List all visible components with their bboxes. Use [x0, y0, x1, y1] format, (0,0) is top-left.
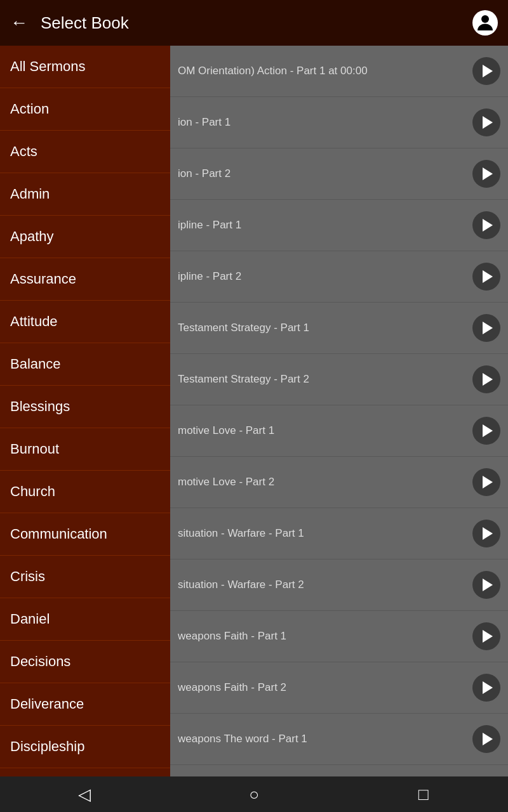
sidebar-item-daniel[interactable]: Daniel: [0, 598, 170, 641]
sermon-item: weapons Faith - Part 2: [170, 662, 508, 714]
sermon-title: motive Love - Part 2: [178, 475, 467, 489]
sermon-title: situation - Warfare - Part 1: [178, 527, 467, 540]
sidebar-item-action[interactable]: Action: [0, 88, 170, 131]
sermon-item: Testament Strategy - Part 2: [170, 354, 508, 405]
sermon-title: weapons The word - Part 1: [178, 732, 467, 746]
play-button[interactable]: [472, 674, 500, 702]
sermon-title: Testament Strategy - Part 2: [178, 372, 467, 386]
sidebar-item-balance[interactable]: Balance: [0, 343, 170, 386]
sidebar-item-discipleship[interactable]: Discipleship: [0, 726, 170, 768]
sidebar-item-blessings[interactable]: Blessings: [0, 386, 170, 428]
sidebar-item-decisions[interactable]: Decisions: [0, 641, 170, 683]
sermon-item: OM Orientation) Action - Part 1 at 00:00: [170, 46, 508, 97]
nav-recents-button[interactable]: □: [404, 780, 443, 808]
sidebar-item-burnout[interactable]: Burnout: [0, 428, 170, 471]
nav-home-button[interactable]: ○: [235, 780, 273, 808]
sermon-title: situation - Warfare - Part 2: [178, 578, 467, 592]
sidebar-item-attitude[interactable]: Attitude: [0, 301, 170, 343]
play-button[interactable]: [472, 160, 500, 188]
sidebar-item-deliverance[interactable]: Deliverance: [0, 683, 170, 726]
sidebar: All SermonsActionActsAdminApathyAssuranc…: [0, 46, 170, 776]
nav-back-button[interactable]: ◁: [65, 780, 104, 808]
sermon-title: weapons Faith - Part 2: [178, 681, 467, 695]
play-button[interactable]: [472, 263, 500, 291]
sidebar-item-apathy[interactable]: Apathy: [0, 216, 170, 258]
sermon-item: ipline - Part 1: [170, 200, 508, 251]
sermon-item: weapons The word - Part 1: [170, 714, 508, 765]
sidebar-item-admin[interactable]: Admin: [0, 173, 170, 216]
main-layout: All SermonsActionActsAdminApathyAssuranc…: [0, 46, 508, 776]
page-title: Select Book: [41, 13, 472, 33]
sermon-item: motive Love - Part 2: [170, 457, 508, 508]
back-button[interactable]: ←: [10, 13, 28, 33]
avatar-button[interactable]: [472, 10, 498, 36]
sermon-item: ion - Part 2: [170, 148, 508, 200]
sermon-title: weapons Faith - Part 1: [178, 629, 467, 643]
sermon-list: OM Orientation) Action - Part 1 at 00:00…: [170, 46, 508, 776]
sermon-item: ipline - Part 2: [170, 251, 508, 303]
sermon-item: ion - Part 1: [170, 97, 508, 148]
bottom-nav-bar: ◁ ○ □: [0, 776, 508, 812]
sermon-item: situation - Warfare - Part 1: [170, 508, 508, 560]
sidebar-item-assurance[interactable]: Assurance: [0, 258, 170, 301]
sermon-title: OM Orientation) Action - Part 1 at 00:00: [178, 64, 467, 78]
play-button[interactable]: [472, 57, 500, 85]
play-button[interactable]: [472, 725, 500, 753]
sermon-item: Testament Strategy - Part 1: [170, 303, 508, 354]
sidebar-item-disunity[interactable]: Disunity: [0, 768, 170, 776]
play-button[interactable]: [472, 108, 500, 136]
play-button[interactable]: [472, 468, 500, 496]
svg-point-0: [481, 15, 489, 23]
sermon-title: ion - Part 2: [178, 167, 467, 181]
sermon-item: situation - Warfare - Part 2: [170, 560, 508, 611]
sidebar-item-acts[interactable]: Acts: [0, 131, 170, 173]
sidebar-item-all-sermons[interactable]: All Sermons: [0, 46, 170, 88]
play-button[interactable]: [472, 314, 500, 342]
sermon-title: ipline - Part 2: [178, 270, 467, 284]
play-button[interactable]: [472, 417, 500, 445]
top-bar: ← Select Book: [0, 0, 508, 46]
sidebar-item-crisis[interactable]: Crisis: [0, 556, 170, 598]
sidebar-item-communication[interactable]: Communication: [0, 513, 170, 556]
sermon-item: weapons Faith - Part 1: [170, 611, 508, 662]
play-button[interactable]: [472, 520, 500, 547]
sidebar-item-church[interactable]: Church: [0, 471, 170, 513]
play-button[interactable]: [472, 622, 500, 650]
play-button[interactable]: [472, 365, 500, 393]
play-button[interactable]: [472, 571, 500, 599]
sermon-item: weapons The word - Part 2: [170, 765, 508, 776]
play-button[interactable]: [472, 211, 500, 239]
sermon-item: motive Love - Part 1: [170, 405, 508, 457]
sermon-title: ion - Part 1: [178, 115, 467, 129]
sermon-title: ipline - Part 1: [178, 218, 467, 232]
sermon-title: motive Love - Part 1: [178, 424, 467, 438]
sermon-title: Testament Strategy - Part 1: [178, 321, 467, 335]
